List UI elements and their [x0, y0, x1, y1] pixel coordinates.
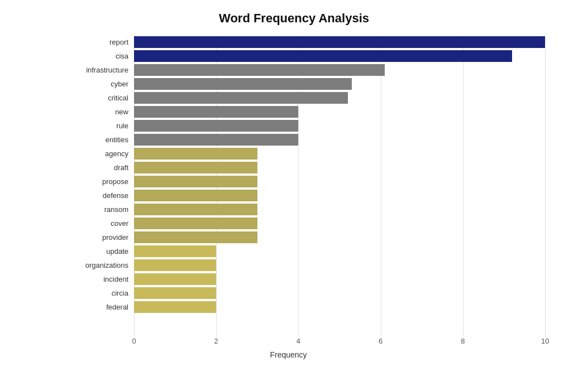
bar [134, 301, 216, 313]
x-tick-label: 4 [297, 337, 300, 345]
bar [134, 36, 545, 48]
bar-label: update [73, 247, 133, 255]
bar [134, 245, 216, 257]
bar-row: critical [73, 91, 566, 104]
bar-label: draft [73, 163, 133, 172]
bar [134, 176, 257, 187]
chart-title: Word Frequency Analysis [22, 11, 566, 26]
chart-container: Word Frequency Analysis reportcisainfras… [0, 0, 588, 391]
bar [134, 106, 298, 118]
bar [134, 287, 216, 299]
bar [134, 148, 257, 160]
bar-row: defense [73, 189, 566, 202]
bar-row: infrastructure [73, 64, 566, 76]
bar-label: incident [73, 275, 133, 283]
bar-row: entities [73, 133, 566, 146]
bar-label: ransom [73, 205, 133, 214]
bar [134, 231, 257, 243]
bar [134, 273, 216, 285]
bar-row: rule [73, 119, 566, 132]
bar-label: cisa [73, 52, 133, 60]
bar-label: agency [73, 149, 133, 158]
bar-label: federal [73, 303, 133, 311]
x-axis-title: Frequency [11, 350, 566, 359]
bar-label: provider [73, 233, 133, 242]
bar-row: incident [73, 273, 566, 286]
bar-row: propose [73, 175, 566, 188]
bar [134, 162, 257, 173]
bar-row: agency [73, 147, 566, 160]
x-tick-label: 0 [132, 337, 136, 345]
x-tick-label: 8 [461, 337, 465, 345]
bar-row: organizations [73, 259, 566, 272]
bar-label: cyber [73, 80, 133, 88]
bar [134, 259, 216, 271]
x-tick-label: 10 [541, 337, 549, 345]
bar [134, 78, 352, 90]
bar-row: federal [73, 301, 566, 313]
bar-label: new [73, 108, 133, 116]
bar-row: cisa [73, 50, 566, 62]
bar [134, 134, 298, 146]
bar-row: cover [73, 217, 566, 230]
bar-label: cover [73, 219, 133, 228]
x-tick-label: 2 [214, 337, 218, 345]
bar-label: critical [73, 94, 133, 102]
bar [134, 64, 385, 76]
bar [134, 92, 348, 104]
bar [134, 218, 257, 229]
bar-label: propose [73, 177, 133, 186]
x-tick-label: 6 [379, 337, 383, 345]
bar [134, 190, 257, 201]
bar-label: report [73, 38, 133, 46]
bar-row: circia [73, 287, 566, 300]
bar-label: organizations [73, 261, 133, 269]
bar [134, 50, 512, 62]
bar-row: report [73, 36, 566, 49]
bar-label: circia [73, 289, 133, 297]
bar-row: ransom [73, 203, 566, 216]
bar [134, 120, 298, 132]
bar-row: new [73, 105, 566, 118]
bar-label: rule [73, 122, 133, 130]
bar-row: draft [73, 161, 566, 174]
bar-row: update [73, 245, 566, 258]
bar-row: cyber [73, 78, 566, 90]
bar [134, 204, 257, 215]
bar-row: provider [73, 231, 566, 244]
bar-label: infrastructure [73, 66, 133, 74]
bar-label: entities [73, 136, 133, 144]
bar-label: defense [73, 191, 133, 200]
